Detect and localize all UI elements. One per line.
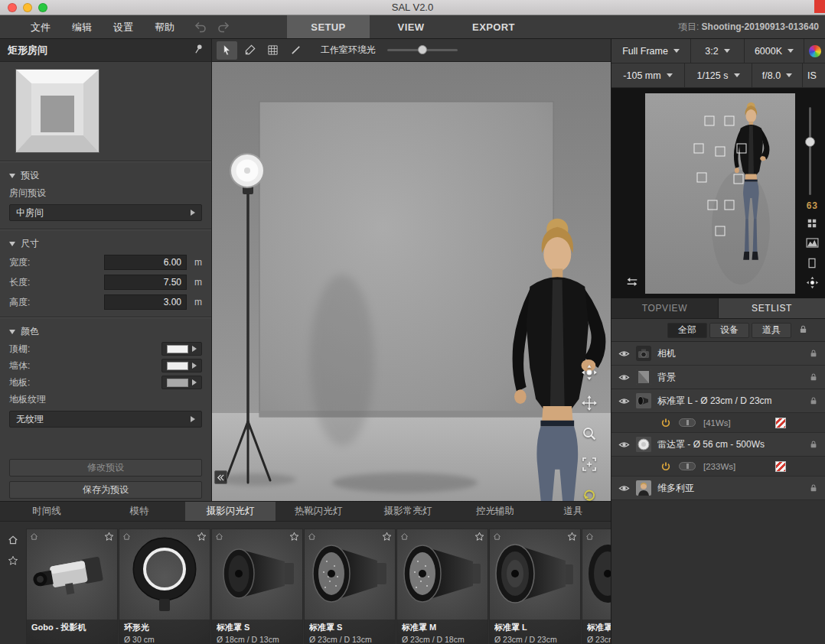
room-preset-dropdown[interactable]: 中房间 [9,204,202,221]
star-icon[interactable] [474,532,484,544]
library-card-ringlight[interactable]: 环形光 Ø 30 cm [119,529,210,644]
visibility-eye-icon[interactable] [618,372,630,383]
setlist-item-reflector-l[interactable]: 标准罩 L - Ø 23cm / D 23cm [611,389,825,413]
ambient-light-slider[interactable] [387,49,458,51]
lock-icon[interactable] [809,440,818,449]
tab-setlist[interactable]: SETLIST [719,298,825,318]
flash-power-dial-icon[interactable] [679,418,696,427]
tab-props[interactable]: 道具 [536,502,611,521]
focal-length-dropdown[interactable]: -105 mm [611,63,685,87]
ceiling-color-picker[interactable] [161,342,202,356]
menu-settings[interactable]: 设置 [103,15,144,39]
histogram-icon[interactable] [804,236,820,249]
lock-icon[interactable] [809,372,818,382]
library-card-reflector-s1[interactable]: 标准罩 S Ø 18cm / D 13cm [211,529,303,644]
save-preset-button[interactable]: 保存为预设 [9,481,202,499]
home-filter-icon[interactable] [8,535,18,548]
visibility-eye-icon[interactable] [618,348,630,359]
rotate-view-icon[interactable] [580,486,598,504]
select-tool[interactable] [217,41,237,60]
floor-texture-dropdown[interactable]: 无纹理 [9,411,202,428]
library-card-reflector-m[interactable]: 标准罩 M Ø 23cm / D 18cm [396,529,488,644]
preview-zoom-knob[interactable] [805,137,815,147]
tab-export[interactable]: EXPORT [452,15,535,38]
library-card-reflector-l[interactable]: 标准罩 L Ø 23cm / D 23cm [489,529,581,644]
tab-setup[interactable]: SETUP [287,15,370,38]
setlist-item-radar-dish[interactable]: 雷达罩 - Ø 56 cm - 500Ws [611,433,825,457]
zoom-icon[interactable] [580,424,598,443]
height-input[interactable] [104,294,187,310]
library-card-reflector-partial[interactable]: 标准罩 Ø 23cm [582,529,611,644]
camera-preview-photo[interactable] [645,93,795,294]
star-icon[interactable] [382,532,392,544]
tab-light-modifiers[interactable]: 控光辅助 [455,502,536,521]
lock-icon[interactable] [809,349,818,358]
visibility-eye-icon[interactable] [618,395,630,407]
tab-continuous-light[interactable]: 摄影常亮灯 [361,502,455,521]
frame-selection-icon[interactable] [580,455,598,473]
lock-filter-icon[interactable] [798,324,808,337]
visibility-eye-icon[interactable] [618,439,630,450]
visibility-eye-icon[interactable] [618,483,630,494]
collapse-panel-button[interactable] [214,470,227,484]
section-size[interactable]: 尺寸 [0,235,211,252]
aperture-dropdown[interactable]: f/8.0 [752,63,803,87]
aspect-ratio-dropdown[interactable]: 3:2 [691,39,745,63]
tab-view[interactable]: VIEW [370,15,452,38]
setlist-item-camera[interactable]: 相机 [611,342,825,366]
menu-file[interactable]: 文件 [20,15,61,39]
focus-target-icon[interactable] [804,276,820,289]
orbit-icon[interactable] [580,363,598,382]
menu-edit[interactable]: 编辑 [61,15,103,39]
star-icon[interactable] [104,532,114,544]
flash-power-dial-icon[interactable] [679,462,696,470]
close-button[interactable] [8,3,17,12]
filter-props[interactable]: 道具 [752,323,791,338]
power-icon[interactable] [660,418,671,428]
star-icon[interactable] [197,532,207,544]
floor-color-picker[interactable] [161,376,202,389]
sensor-format-dropdown[interactable]: Full Frame [611,39,691,63]
tiles-icon[interactable] [804,216,820,229]
line-tool[interactable] [285,41,306,60]
power-icon[interactable] [660,461,671,472]
modify-preset-button[interactable]: 修改预设 [9,459,202,476]
wall-color-picker[interactable] [161,359,202,372]
portrait-frame-icon[interactable] [804,256,820,269]
minimize-button[interactable] [23,3,32,12]
gel-color-indicator[interactable] [775,461,786,472]
library-card-reflector-s2[interactable]: 标准罩 S Ø 23cm / D 13cm [304,529,396,644]
star-icon[interactable] [567,532,577,544]
redo-icon[interactable] [216,19,231,34]
lock-icon[interactable] [809,396,818,405]
backdrop-object[interactable] [259,102,553,417]
library-card-gobo[interactable]: Gobo - 投影机 [26,529,118,644]
setlist-item-background[interactable]: 背景 [611,366,825,389]
iso-dropdown[interactable]: IS [803,63,825,87]
filter-all[interactable]: 全部 [667,323,707,338]
scene-3d[interactable] [212,62,611,501]
zoom-button[interactable] [38,3,47,12]
favorites-filter-icon[interactable] [8,555,18,568]
brush-tool[interactable] [240,41,260,60]
section-presets[interactable]: 预设 [0,167,211,184]
white-balance-dropdown[interactable]: 6000K [745,39,804,63]
preview-zoom-slider[interactable] [809,107,811,195]
star-icon[interactable] [289,532,299,544]
tab-timeline[interactable]: 时间线 [0,502,93,521]
gel-color-indicator[interactable] [775,418,786,428]
grid-tool[interactable] [262,41,283,60]
length-input[interactable] [104,275,187,290]
width-input[interactable] [104,255,187,270]
swap-view-icon[interactable] [625,277,639,289]
shutter-speed-dropdown[interactable]: 1/125 s [685,63,752,87]
pan-icon[interactable] [580,394,598,412]
tab-models[interactable]: 模特 [93,502,185,521]
undo-icon[interactable] [193,19,208,34]
menu-help[interactable]: 帮助 [144,15,185,39]
tab-studio-flash[interactable]: 摄影闪光灯 [185,502,276,521]
setlist-item-model[interactable]: 维多利亚 [611,476,825,500]
tab-speedlight[interactable]: 热靴闪光灯 [276,502,361,521]
lock-icon[interactable] [809,483,818,493]
pin-icon[interactable] [193,44,204,57]
